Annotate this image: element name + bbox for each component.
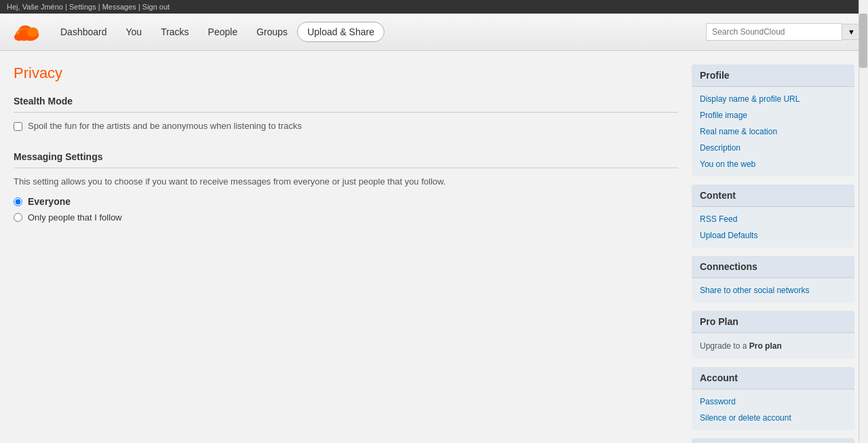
sidebar-section-profile: ProfileDisplay name & profile URLProfile…	[692, 64, 854, 176]
sidebar-title-proplan: Pro Plan	[692, 311, 854, 333]
sidebar-link-profile-4[interactable]: You on the web	[692, 156, 854, 172]
sidebar-section-connections: ConnectionsShare to other social network…	[692, 256, 854, 303]
messaging-title: Messaging Settings	[14, 151, 678, 162]
option-follow-label: Only people that I follow	[28, 212, 122, 223]
nav-upload[interactable]: Upload & Share	[297, 22, 384, 42]
sep1: |	[65, 3, 67, 11]
sidebar-link-profile-2[interactable]: Real name & location	[692, 123, 854, 140]
option-everyone-row[interactable]: Everyone	[14, 196, 678, 207]
option-follow-row[interactable]: Only people that I follow	[14, 212, 678, 223]
nav-dashboard[interactable]: Dashboard	[51, 21, 117, 43]
sep3: |	[138, 3, 140, 11]
nav-groups[interactable]: Groups	[247, 21, 297, 43]
stealth-label: Spoil the fun for the artists and be ano…	[28, 121, 302, 131]
sidebar-title-connections: Connections	[692, 256, 854, 278]
sidebar-body-profile: Display name & profile URLProfile imageR…	[692, 87, 854, 176]
main-nav: Dashboard You Tracks People Groups Uploa…	[51, 21, 706, 43]
sidebar-body-connections: Share to other social networks	[692, 278, 854, 303]
topbar: Hej, Vaše Jméno | Settings | Messages | …	[0, 0, 868, 14]
sidebar-body-content: RSS FeedUpload Defaults	[692, 207, 854, 248]
messaging-section: Messaging Settings This setting allows y…	[14, 151, 678, 223]
sidebar-title-account: Account	[692, 367, 854, 389]
topbar-username[interactable]: Vaše Jméno	[22, 3, 63, 11]
sidebar-body-account: PasswordSilence or delete account	[692, 389, 854, 430]
stealth-divider	[14, 112, 678, 113]
sidebar-link-profile-0[interactable]: Display name & profile URL	[692, 91, 854, 107]
main-layout: Privacy Stealth Mode Spoil the fun for t…	[7, 51, 861, 443]
sidebar-link-account-0[interactable]: Password	[692, 393, 854, 410]
option-everyone-label: Everyone	[28, 196, 71, 207]
sidebar-body-proplan: Upgrade to a Pro plan	[692, 333, 854, 359]
stealth-checkbox[interactable]	[14, 122, 22, 131]
stealth-mode-title: Stealth Mode	[14, 96, 678, 107]
sidebar-link-content-1[interactable]: Upload Defaults	[692, 227, 854, 244]
sidebar-section-email: EmailEmail addressesEmail notificationsN…	[692, 438, 854, 443]
search-container: ▼	[706, 23, 861, 41]
stealth-row: Spoil the fun for the artists and be ano…	[14, 121, 678, 131]
pro-plan-bold: Pro plan	[749, 341, 782, 351]
sidebar-link-profile-1[interactable]: Profile image	[692, 107, 854, 123]
option-follow-radio[interactable]	[14, 213, 22, 222]
stealth-mode-section: Stealth Mode Spoil the fun for the artis…	[14, 96, 678, 131]
sidebar-title-email: Email	[692, 438, 854, 443]
nav-you[interactable]: You	[117, 21, 152, 43]
nav-tracks[interactable]: Tracks	[151, 21, 198, 43]
search-input[interactable]	[706, 23, 842, 41]
sidebar-title-profile: Profile	[692, 64, 854, 87]
topbar-greeting: Hej,	[7, 3, 20, 11]
messaging-desc: This setting allows you to choose if you…	[14, 176, 678, 187]
scrollbar[interactable]	[859, 0, 868, 443]
content-area: Privacy Stealth Mode Spoil the fun for t…	[14, 64, 678, 443]
sidebar-link-profile-3[interactable]: Description	[692, 140, 854, 156]
topbar-signout[interactable]: Sign out	[142, 3, 170, 11]
scrollbar-thumb[interactable]	[859, 14, 867, 68]
page-title: Privacy	[14, 64, 678, 82]
option-everyone-radio[interactable]	[14, 197, 22, 206]
pro-plan-text: Upgrade to a Pro plan	[692, 337, 854, 355]
sidebar-link-content-0[interactable]: RSS Feed	[692, 211, 854, 227]
sidebar-link-account-1[interactable]: Silence or delete account	[692, 410, 854, 426]
messaging-options: Everyone Only people that I follow	[14, 196, 678, 223]
messaging-divider	[14, 168, 678, 168]
sidebar: ProfileDisplay name & profile URLProfile…	[692, 64, 854, 443]
topbar-messages[interactable]: Messages	[102, 3, 136, 11]
topbar-settings[interactable]: Settings	[69, 3, 96, 11]
sidebar-section-proplan: Pro PlanUpgrade to a Pro plan	[692, 311, 854, 359]
nav-people[interactable]: People	[199, 21, 248, 43]
sep2: |	[98, 3, 100, 11]
logo[interactable]	[7, 21, 41, 43]
sidebar-section-content: ContentRSS FeedUpload Defaults	[692, 185, 854, 248]
sidebar-title-content: Content	[692, 185, 854, 207]
sidebar-section-account: AccountPasswordSilence or delete account	[692, 367, 854, 430]
sidebar-link-connections-0[interactable]: Share to other social networks	[692, 282, 854, 298]
header: Dashboard You Tracks People Groups Uploa…	[0, 14, 868, 51]
